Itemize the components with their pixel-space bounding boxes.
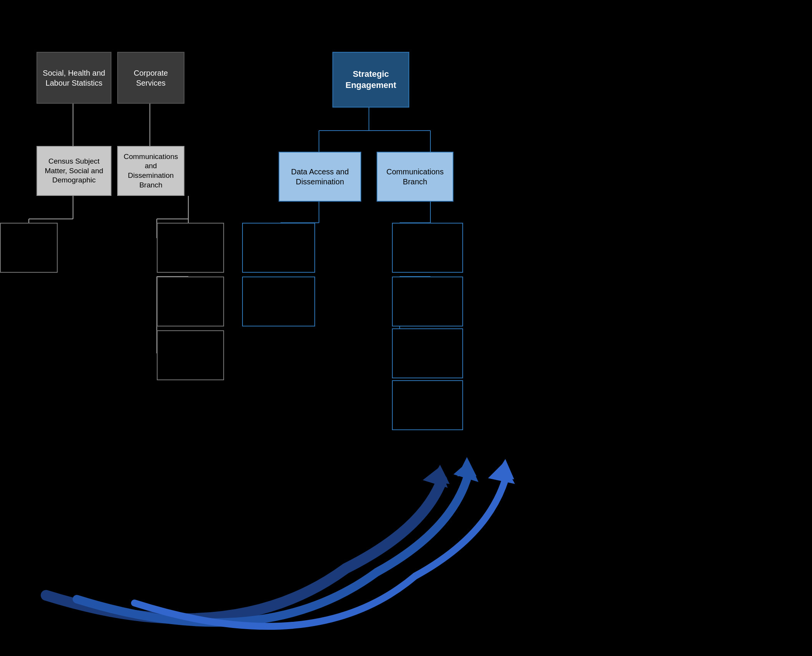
corporate-services-box: Corporate Services bbox=[117, 52, 184, 104]
data-access-box: Data Access and Dissemination bbox=[279, 152, 361, 202]
data-access-child-1 bbox=[242, 223, 315, 273]
comms-dis-child-1 bbox=[157, 223, 224, 273]
census-child-1 bbox=[0, 223, 58, 273]
comms-branch-child-1 bbox=[392, 223, 463, 273]
census-subject-box: Census Subject Matter, Social and Demogr… bbox=[37, 146, 111, 196]
data-access-child-2 bbox=[242, 277, 315, 326]
comms-dis-child-3 bbox=[157, 330, 224, 380]
svg-marker-37 bbox=[494, 459, 514, 479]
comms-branch-child-3 bbox=[392, 328, 463, 378]
svg-marker-35 bbox=[430, 465, 450, 484]
comms-branch-child-4 bbox=[392, 380, 463, 430]
social-health-box: Social, Health and Labour Statistics bbox=[37, 52, 111, 104]
svg-marker-36 bbox=[457, 457, 477, 476]
comms-dissemination-box: Communications and Dissemination Branch bbox=[117, 146, 184, 196]
comms-dis-child-2 bbox=[157, 277, 224, 326]
comms-branch-child-2 bbox=[392, 277, 463, 326]
comms-branch-box: Communications Branch bbox=[377, 152, 453, 202]
strategic-engagement-box: Strategic Engagement bbox=[332, 52, 409, 108]
